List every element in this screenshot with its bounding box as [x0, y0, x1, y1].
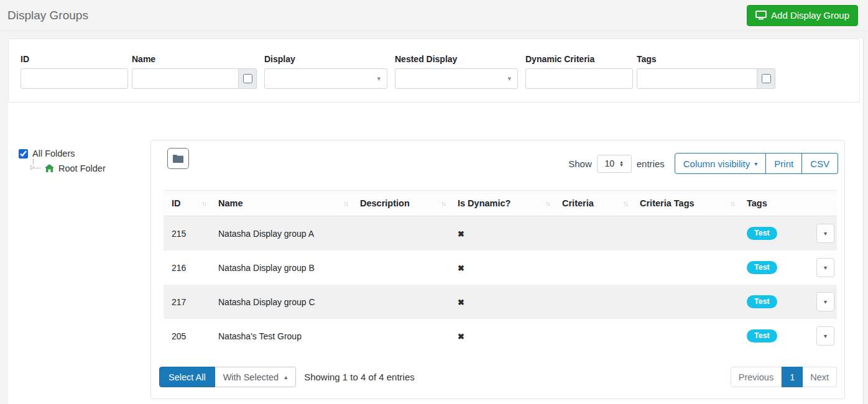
- cell-name: Natasha Display group C: [210, 285, 352, 319]
- display-monitor-icon: [755, 11, 767, 20]
- table-row: 216 Natasha Display group B ✖ Test ▾: [164, 250, 837, 285]
- column-header-criteria-tags[interactable]: Criteria Tags↑↓: [632, 191, 739, 216]
- sort-icon: ↑↓: [730, 200, 734, 207]
- column-header-is-dynamic[interactable]: Is Dynamic?↑↓: [450, 191, 554, 216]
- column-header-name[interactable]: Name↑↓: [210, 191, 352, 216]
- cell-tags: Test: [739, 216, 811, 251]
- cell-actions: ▾: [811, 250, 837, 285]
- page-wrapper: ID Name Display ▾ Nested Display ▾ Dynam…: [8, 39, 864, 404]
- card-header: Show 10 ▲▼ entries Column visibility ▾: [151, 140, 844, 174]
- tag-badge: Test: [747, 295, 777, 308]
- display-groups-table: ID↑↓ Name↑↓ Description↑↓ Is Dynamic?↑↓ …: [164, 190, 837, 353]
- page-length-select[interactable]: 10 ▲▼: [597, 155, 632, 173]
- with-selected-dropdown[interactable]: With Selected ▴: [215, 367, 297, 387]
- root-folder-label: Root Folder: [58, 163, 106, 173]
- cell-is-dynamic: ✖: [450, 250, 554, 285]
- pagination-previous[interactable]: Previous: [731, 367, 782, 387]
- page-length-value: 10: [604, 158, 614, 168]
- topbar: Display Groups Add Display Group: [0, 0, 868, 31]
- chevron-down-icon: ▾: [507, 75, 511, 83]
- sort-icon: ↑↓: [623, 200, 627, 207]
- cell-criteria-tags: [632, 216, 739, 251]
- sort-icon: ↑↓: [201, 200, 206, 207]
- all-folders-checkbox[interactable]: [19, 149, 28, 158]
- chevron-up-icon: ▴: [284, 374, 287, 380]
- row-menu-button[interactable]: ▾: [816, 292, 834, 311]
- display-groups-card: Show 10 ▲▼ entries Column visibility ▾: [150, 140, 845, 399]
- table-header-row: ID↑↓ Name↑↓ Description↑↓ Is Dynamic?↑↓ …: [164, 191, 837, 216]
- cell-actions: ▾: [811, 319, 837, 353]
- cell-is-dynamic: ✖: [450, 216, 554, 251]
- filter-dynamic-criteria-label: Dynamic Criteria: [525, 54, 633, 64]
- tag-badge: Test: [747, 261, 777, 274]
- csv-button[interactable]: CSV: [802, 153, 838, 174]
- row-menu-button[interactable]: ▾: [816, 326, 834, 346]
- card-footer: Select All With Selected ▴ Showing 1 to …: [151, 353, 844, 398]
- column-header-tags[interactable]: Tags: [739, 191, 811, 216]
- cell-criteria: [554, 285, 632, 319]
- tree-node-root-folder[interactable]: ▷ Root Folder: [31, 163, 150, 174]
- folder-tree-pane: All Folders ▷ Root Folder: [8, 140, 150, 174]
- cell-name: Natasha's Test Group: [210, 319, 352, 353]
- all-folders-toggle[interactable]: All Folders: [19, 149, 150, 158]
- filter-display-label: Display: [264, 54, 387, 64]
- cell-criteria-tags: [632, 250, 739, 285]
- folder-icon: [173, 154, 183, 163]
- export-button-group: Column visibility ▾ Print CSV: [675, 153, 838, 174]
- x-mark-icon: ✖: [458, 332, 464, 341]
- cell-criteria: [554, 319, 632, 353]
- cell-description: [352, 285, 450, 319]
- cell-criteria: [554, 216, 632, 251]
- cell-description: [352, 216, 450, 251]
- cell-tags: Test: [739, 285, 811, 319]
- cell-criteria-tags: [632, 319, 739, 353]
- table-container: ID↑↓ Name↑↓ Description↑↓ Is Dynamic?↑↓ …: [151, 174, 844, 353]
- folder-toggle-button[interactable]: [167, 148, 189, 169]
- filter-display-select[interactable]: ▾: [264, 68, 387, 89]
- row-menu-button[interactable]: ▾: [816, 224, 834, 243]
- filter-dynamic-criteria-input[interactable]: [525, 68, 633, 89]
- column-visibility-button[interactable]: Column visibility ▾: [675, 153, 767, 174]
- showing-entries-text: Showing 1 to 4 of 4 entries: [304, 372, 415, 382]
- cell-criteria: [554, 250, 632, 285]
- print-button[interactable]: Print: [766, 153, 802, 174]
- page-title: Display Groups: [7, 9, 88, 22]
- row-menu-button[interactable]: ▾: [816, 258, 834, 277]
- tag-badge: Test: [747, 227, 777, 240]
- filter-tags-input[interactable]: [637, 68, 757, 89]
- cell-id: 217: [164, 285, 210, 319]
- expand-arrow-icon: ▷: [30, 164, 35, 170]
- filter-name-input[interactable]: [132, 68, 239, 89]
- x-mark-icon: ✖: [458, 264, 464, 273]
- home-icon: [45, 164, 54, 173]
- cell-tags: Test: [739, 319, 811, 353]
- cell-is-dynamic: ✖: [450, 319, 554, 353]
- pagination-page-1[interactable]: 1: [782, 367, 803, 387]
- tree-expander[interactable]: ▷: [31, 163, 42, 174]
- filter-name-exact-addon: [239, 68, 257, 89]
- column-header-id[interactable]: ID↑↓: [164, 191, 210, 216]
- column-header-description[interactable]: Description↑↓: [352, 191, 450, 216]
- chevron-down-icon: ▾: [754, 160, 757, 167]
- sort-icon: ↑↓: [441, 200, 445, 207]
- cell-id: 205: [164, 319, 210, 353]
- x-mark-icon: ✖: [458, 298, 464, 307]
- pagination-next[interactable]: Next: [803, 367, 837, 387]
- filter-tags-exact-checkbox[interactable]: [762, 74, 771, 83]
- entries-label: entries: [637, 158, 665, 169]
- table-row: 205 Natasha's Test Group ✖ Test ▾: [164, 319, 837, 353]
- column-header-criteria[interactable]: Criteria↑↓: [554, 191, 632, 216]
- add-display-group-label: Add Display Group: [771, 10, 849, 21]
- table-row: 217 Natasha Display group C ✖ Test ▾: [164, 285, 837, 319]
- add-display-group-button[interactable]: Add Display Group: [747, 5, 858, 26]
- filter-nested-display-select[interactable]: ▾: [395, 68, 518, 89]
- filter-id-input[interactable]: [21, 68, 128, 89]
- select-all-button[interactable]: Select All: [159, 367, 215, 387]
- filter-name-exact-checkbox[interactable]: [243, 74, 252, 83]
- chevron-down-icon: ▾: [377, 75, 381, 83]
- chevron-down-icon: ▾: [824, 230, 827, 237]
- x-mark-icon: ✖: [458, 229, 464, 239]
- chevron-down-icon: ▾: [824, 333, 827, 339]
- filter-tags-label: Tags: [637, 54, 775, 64]
- cell-id: 216: [164, 250, 210, 285]
